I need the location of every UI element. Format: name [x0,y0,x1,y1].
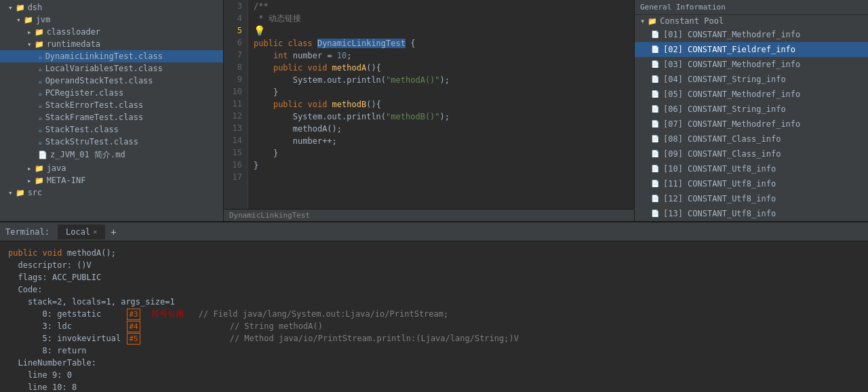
cp-file-icon-10: 📄 [651,163,659,175]
tree-item-jvmmd[interactable]: 📄 z_JVM_01 简介.md [0,148,223,162]
folder-chevron-metainf: ▸ [27,176,32,185]
md-icon-jvm01: 📄 [38,151,47,159]
tree-item-localvariablestest[interactable]: ☕ LocalVariablesTest.class [0,62,223,75]
tree-label-stackframetest: StackFrameTest.class [45,113,144,122]
folder-icon: ▾ [8,3,13,12]
cp-label-07: [07] CONSTANT_Methodref_info [663,118,800,130]
cp-item-03[interactable]: 📄 [03] CONSTANT_Methodref_info [635,57,868,72]
terminal-label: Terminal: [5,227,50,237]
tree-item-stackstrutest[interactable]: ☕ StackStruTest.class [0,136,223,148]
tree-item-src[interactable]: ▾ 📁 src [0,187,223,199]
cp-item-06[interactable]: 📄 [06] CONSTANT_String_info [635,102,868,117]
code-footer: DynamicLinkingTest [224,209,634,221]
terminal-tab-add[interactable]: + [105,224,121,240]
tree-label-metainf: META-INF [47,176,86,185]
tree-item-stackframetest[interactable]: ☕ StackFrameTest.class [0,111,223,123]
code-editor: 3 4 5 6 7 8 9 10 11 12 13 14 15 16 17 /*… [224,0,634,221]
terminal-tabs: Terminal: Local ✕ + [0,222,868,241]
terminal-tab-close[interactable]: ✕ [93,228,97,235]
tree-label-operandstacktest: OperandStackTest.class [45,76,153,85]
folder-chevron-src: ▾ [8,189,13,197]
tree-item-stackerrortest[interactable]: ☕ StackErrorTest.class [0,99,223,111]
terminal-line-line9: line 9: 0 [8,369,860,381]
cp-general-info: General Information [635,0,868,15]
cp-item-12[interactable]: 📄 [12] CONSTANT_Utf8_info [635,191,868,206]
cp-file-icon-11: 📄 [651,178,659,190]
cp-label-11: [11] CONSTANT_Utf8_info [663,178,776,190]
terminal-line-line10: line 10: 8 [8,381,860,392]
tree-label-stacktest: StackTest.class [45,125,119,134]
cp-label-13: [13] CONSTANT_Utf8_info [663,208,776,220]
cp-item-04[interactable]: 📄 [04] CONSTANT_String_info [635,72,868,87]
terminal-line-invokevirtual: 5: invokevirtual #5 // Method java/io/Pr… [8,332,860,345]
cp-item-05[interactable]: 📄 [05] CONSTANT_Methodref_info [635,87,868,102]
tree-label-src: src [28,188,43,197]
tree-label-stackstrutest: StackStruTest.class [45,137,138,146]
folder-metainf-icon: 📁 [35,176,44,185]
cp-label-10: [10] CONSTANT_Utf8_info [663,163,776,175]
terminal-line-4: Code: [8,283,860,296]
cp-item-09[interactable]: 📄 [09] CONSTANT_Class_info [635,146,868,161]
cp-item-02[interactable]: 📄 [02] CONSTANT_Fieldref_info [635,42,868,57]
terminal-tab-local[interactable]: Local ✕ [58,224,105,239]
terminal-content: public void methodA(); descriptor: ()V f… [0,241,868,392]
cp-item-01[interactable]: 📄 [01] CONSTANT_Methodref_info [635,27,868,42]
class-icon-stackerror: ☕ [38,101,43,110]
cp-label-09: [09] CONSTANT_Class_info [663,148,781,160]
cp-item-07[interactable]: 📄 [07] CONSTANT_Methodref_info [635,117,868,132]
tree-item-dsh[interactable]: ▾ 📁 dsh [0,1,223,14]
line-numbers: 3 4 5 6 7 8 9 10 11 12 13 14 15 16 17 [224,0,248,209]
class-icon-operandstack: ☕ [38,77,43,85]
folder-java-icon: 📁 [35,164,44,173]
folder-chevron-classloader: ▸ [27,28,32,37]
cp-item-13[interactable]: 📄 [13] CONSTANT_Utf8_info [635,206,868,221]
tree-label-jvmmd: z_JVM_01 简介.md [50,149,125,161]
class-icon-pcregister: ☕ [38,89,43,98]
tree-item-metainf[interactable]: ▸ 📁 META-INF [0,174,223,187]
tree-label-runtimedata: runtimedata [47,39,100,49]
cp-file-icon-09: 📄 [651,148,659,160]
cp-item-11[interactable]: 📄 [11] CONSTANT_Utf8_info [635,176,868,191]
cp-file-icon-13: 📄 [651,208,659,220]
tree-item-operandstacktest[interactable]: ☕ OperandStackTest.class [0,75,223,87]
tree-label-classloader: classloader [47,27,100,37]
cp-label-06: [06] CONSTANT_String_info [663,103,786,115]
cp-item-08[interactable]: 📄 [08] CONSTANT_Class_info [635,132,868,146]
code-lines: /** * 动态链接 💡 public class DynamicLinking… [248,0,634,209]
terminal-line-3: flags: ACC_PUBLIC [8,271,860,283]
tree-item-classloader[interactable]: ▸ 📁 classloader [0,26,223,38]
tree-label-stackerrortest: StackErrorTest.class [45,100,144,110]
folder-classloader-icon: 📁 [35,28,44,37]
tree-label-localvariablestest: LocalVariablesTest.class [45,64,163,73]
cp-title: Constant Pool [660,16,724,26]
tree-item-jvm[interactable]: ▾ 📁 jvm [0,14,223,26]
cp-file-icon-04: 📄 [651,73,659,85]
tree-label-pcregister: PCRegister.class [45,88,124,98]
cp-label-04: [04] CONSTANT_String_info [663,73,786,85]
folder-chevron-runtimedata: ▾ [27,40,32,49]
constant-pool-panel: General Information ▾ 📁 Constant Pool 📄 … [634,0,868,221]
cp-label-08: [08] CONSTANT_Class_info [663,133,781,145]
cp-label-03: [03] CONSTANT_Methodref_info [663,58,800,71]
tree-label-java: java [47,163,66,173]
cp-section-header[interactable]: ▾ 📁 Constant Pool [635,15,868,27]
class-icon-stackframe: ☕ [38,113,43,122]
cp-file-icon-05: 📄 [651,88,659,100]
ref-box-4: #4 [127,321,140,332]
folder-chevron-java: ▸ [27,164,32,173]
tree-item-java[interactable]: ▸ 📁 java [0,162,223,174]
folder-jvm-icon: 📁 [24,16,33,24]
cp-file-icon-06: 📄 [651,103,659,115]
cp-label-12: [12] CONSTANT_Utf8_info [663,193,776,205]
file-tree: ▾ 📁 dsh ▾ 📁 jvm ▸ 📁 classloader ▾ 📁 runt… [0,0,224,221]
cp-file-icon-07: 📄 [651,118,659,130]
tree-item-pcregister[interactable]: ☕ PCRegister.class [0,87,223,99]
class-icon-localvariables: ☕ [38,64,43,73]
tree-item-dynamiclinkingtest[interactable]: ☕ DynamicLinkingTest.class [0,50,223,62]
tree-label-dynamiclinkingtest: DynamicLinkingTest.class [45,52,163,61]
cp-item-10[interactable]: 📄 [10] CONSTANT_Utf8_info [635,161,868,176]
cp-folder-icon: 📁 [648,17,657,26]
terminal-line-getstatic: 0: getstatic #3 符号引用 // Field java/lang/… [8,308,860,320]
tree-item-stacktest[interactable]: ☕ StackTest.class [0,123,223,136]
tree-item-runtimedata[interactable]: ▾ 📁 runtimedata [0,38,223,50]
